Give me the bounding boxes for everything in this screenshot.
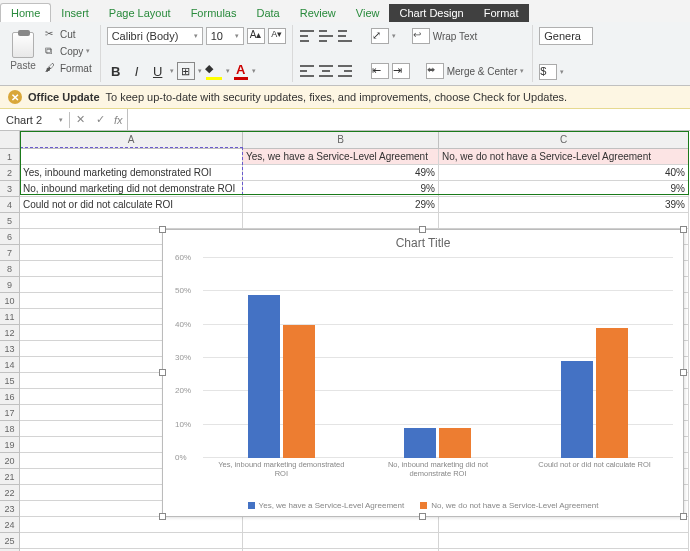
number-format-select[interactable]: Genera — [539, 27, 593, 45]
col-header-c[interactable]: C — [439, 131, 689, 149]
row-header-3[interactable]: 3 — [0, 181, 20, 197]
row-header-25[interactable]: 25 — [0, 533, 20, 549]
row-header-5[interactable]: 5 — [0, 213, 20, 229]
row-header-16[interactable]: 16 — [0, 389, 20, 405]
close-notice-button[interactable]: ✕ — [8, 90, 22, 104]
cell[interactable] — [20, 149, 243, 165]
row-header-19[interactable]: 19 — [0, 437, 20, 453]
align-right-button[interactable] — [337, 64, 353, 78]
cell[interactable] — [439, 533, 689, 549]
tab-review[interactable]: Review — [290, 4, 346, 22]
cell[interactable]: 9% — [439, 181, 689, 197]
row-header-24[interactable]: 24 — [0, 517, 20, 533]
row-header-20[interactable]: 20 — [0, 453, 20, 469]
col-header-a[interactable]: A — [20, 131, 243, 149]
tab-formulas[interactable]: Formulas — [181, 4, 247, 22]
formula-bar[interactable] — [127, 109, 690, 130]
row-header-4[interactable]: 4 — [0, 197, 20, 213]
select-all-corner[interactable] — [0, 131, 20, 149]
row-header-6[interactable]: 6 — [0, 229, 20, 245]
italic-button[interactable]: I — [128, 64, 146, 79]
underline-button[interactable]: U — [149, 64, 167, 79]
row-header-1[interactable]: 1 — [0, 149, 20, 165]
bar[interactable] — [561, 361, 593, 458]
resize-handle-n[interactable] — [419, 226, 426, 233]
bar[interactable] — [439, 428, 471, 458]
cell[interactable]: Yes, we have a Service-Level Agreement — [243, 149, 439, 165]
resize-handle-se[interactable] — [680, 513, 687, 520]
orientation-button[interactable]: ⤢ — [371, 28, 389, 44]
row-header-17[interactable]: 17 — [0, 405, 20, 421]
wrap-text-button[interactable]: ↩Wrap Text — [410, 27, 480, 45]
increase-indent-button[interactable]: ⇥ — [392, 63, 410, 79]
cancel-formula-button[interactable]: ✕ — [70, 113, 90, 126]
font-color-button[interactable]: A — [233, 62, 249, 80]
row-header-7[interactable]: 7 — [0, 245, 20, 261]
currency-button[interactable]: $ — [539, 64, 557, 80]
cell[interactable] — [20, 213, 243, 229]
copy-button[interactable]: ⧉Copy▾ — [43, 44, 94, 58]
bar[interactable] — [404, 428, 436, 458]
align-middle-button[interactable] — [318, 29, 334, 43]
tab-chart-design[interactable]: Chart Design — [389, 4, 473, 22]
chart-legend[interactable]: Yes, we have a Service-Level Agreement N… — [163, 501, 683, 510]
increase-font-button[interactable]: A▴ — [247, 28, 265, 44]
align-left-button[interactable] — [299, 64, 315, 78]
plot-area[interactable]: 0%10%20%30%40%50%60% — [203, 258, 673, 458]
tab-page-layout[interactable]: Page Layout — [99, 4, 181, 22]
tab-view[interactable]: View — [346, 4, 390, 22]
tab-format[interactable]: Format — [474, 4, 529, 22]
col-header-b[interactable]: B — [243, 131, 439, 149]
decrease-indent-button[interactable]: ⇤ — [371, 63, 389, 79]
paste-button[interactable]: Paste — [6, 32, 40, 71]
row-header-23[interactable]: 23 — [0, 501, 20, 517]
bar[interactable] — [283, 325, 315, 458]
bar[interactable] — [248, 295, 280, 458]
cell[interactable] — [439, 213, 689, 229]
tab-data[interactable]: Data — [246, 4, 289, 22]
row-header-15[interactable]: 15 — [0, 373, 20, 389]
cell[interactable] — [20, 517, 243, 533]
align-top-button[interactable] — [299, 29, 315, 43]
cell[interactable]: 9% — [243, 181, 439, 197]
cell[interactable]: No, we do not have a Service-Level Agree… — [439, 149, 689, 165]
border-button[interactable]: ⊞ — [177, 62, 195, 80]
resize-handle-sw[interactable] — [159, 513, 166, 520]
decrease-font-button[interactable]: A▾ — [268, 28, 286, 44]
resize-handle-ne[interactable] — [680, 226, 687, 233]
cell[interactable]: Could not or did not calculate ROI — [20, 197, 243, 213]
chart-title[interactable]: Chart Title — [163, 230, 683, 254]
cell[interactable]: No, inbound marketing did not demonstrat… — [20, 181, 243, 197]
align-bottom-button[interactable] — [337, 29, 353, 43]
cell[interactable] — [243, 517, 439, 533]
merge-center-button[interactable]: ⬌Merge & Center▾ — [424, 62, 527, 80]
row-header-22[interactable]: 22 — [0, 485, 20, 501]
row-header-10[interactable]: 10 — [0, 293, 20, 309]
cell[interactable]: 39% — [439, 197, 689, 213]
row-header-18[interactable]: 18 — [0, 421, 20, 437]
cell[interactable] — [243, 213, 439, 229]
resize-handle-w[interactable] — [159, 369, 166, 376]
row-header-2[interactable]: 2 — [0, 165, 20, 181]
cell[interactable]: 29% — [243, 197, 439, 213]
tab-home[interactable]: Home — [0, 3, 51, 22]
embedded-chart[interactable]: Chart Title 0%10%20%30%40%50%60% Yes, in… — [162, 229, 684, 517]
name-box[interactable]: Chart 2▾ — [0, 112, 70, 128]
cell[interactable]: Yes, inbound marketing demonstrated ROI — [20, 165, 243, 181]
resize-handle-nw[interactable] — [159, 226, 166, 233]
row-header-13[interactable]: 13 — [0, 341, 20, 357]
cell[interactable]: 49% — [243, 165, 439, 181]
resize-handle-e[interactable] — [680, 369, 687, 376]
font-size-select[interactable]: 10▾ — [206, 27, 244, 45]
font-name-select[interactable]: Calibri (Body)▾ — [107, 27, 203, 45]
cut-button[interactable]: ✂Cut — [43, 27, 94, 41]
bold-button[interactable]: B — [107, 64, 125, 79]
align-center-button[interactable] — [318, 64, 334, 78]
row-header-14[interactable]: 14 — [0, 357, 20, 373]
bar[interactable] — [596, 328, 628, 458]
fill-color-button[interactable]: ◆ — [205, 62, 223, 80]
row-header-12[interactable]: 12 — [0, 325, 20, 341]
resize-handle-s[interactable] — [419, 513, 426, 520]
cell[interactable] — [439, 517, 689, 533]
confirm-formula-button[interactable]: ✓ — [90, 113, 110, 126]
